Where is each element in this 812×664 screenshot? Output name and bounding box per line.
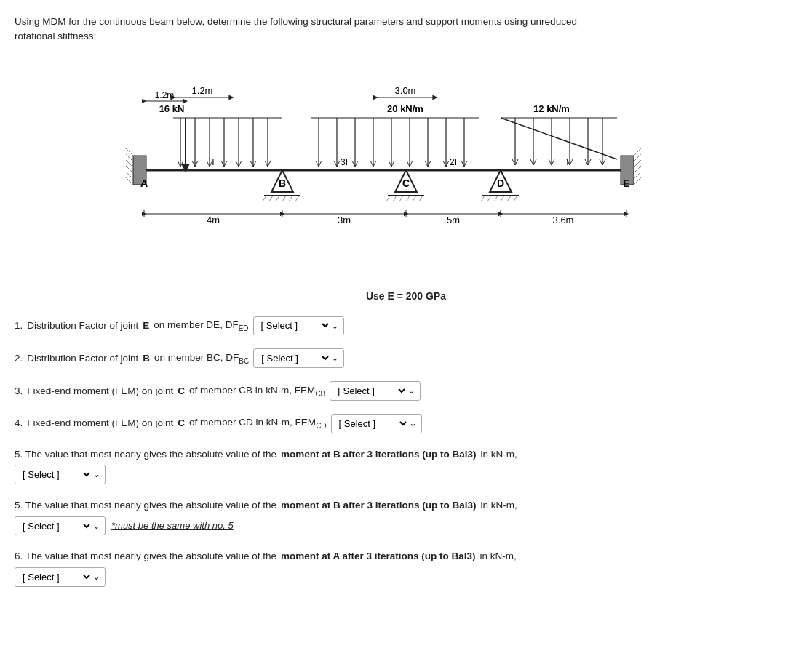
q2-select[interactable]: [ Select ] 0.250.330.40 0.500.600.67 0.7… [258, 352, 331, 364]
svg-line-109 [501, 196, 504, 201]
svg-text:2I: 2I [450, 157, 457, 167]
q1-number: 1. [15, 318, 23, 334]
q5a-text: 5. The value that most nearly gives the … [15, 447, 276, 463]
svg-text:B: B [279, 177, 286, 189]
q2-select-wrapper[interactable]: [ Select ] 0.250.330.40 0.500.600.67 0.7… [253, 348, 344, 368]
q4-text-after: of member CD in kN-m, FEMCD [189, 415, 326, 432]
svg-text:16 kN: 16 kN [159, 103, 185, 114]
q2-text-after: on member BC, DFBC [154, 350, 249, 367]
use-e-label: Use E = 200 GPa [15, 290, 797, 302]
svg-line-115 [634, 154, 641, 161]
svg-line-15 [207, 161, 210, 167]
svg-line-106 [481, 196, 485, 201]
svg-text:3m: 3m [338, 215, 351, 225]
svg-line-107 [487, 196, 491, 201]
q5b-text2: in kN-m, [481, 497, 517, 513]
svg-line-97 [386, 196, 390, 201]
svg-line-19 [224, 161, 227, 167]
svg-text:D: D [497, 177, 504, 189]
question-5a: 5. The value that most nearly gives the … [15, 447, 797, 484]
question-1: 1. Distribution Factor of joint E on mem… [15, 316, 797, 336]
q1-select-wrapper[interactable]: [ Select ] 0.250.330.40 0.500.600.67 0.7… [253, 316, 344, 336]
intro-block: Using MDM for the continuous beam below,… [15, 15, 797, 44]
svg-line-13 [195, 161, 198, 167]
q5b-select-wrapper[interactable]: [ Select ] 5.0010.0015.00 20.0025.0030.0… [15, 516, 106, 536]
svg-text:1.2m: 1.2m [155, 90, 175, 100]
question-2: 2. Distribution Factor of joint B on mem… [15, 348, 797, 368]
question-4: 4. Fixed-end moment (FEM) on joint C of … [15, 414, 797, 433]
svg-line-91 [282, 196, 286, 201]
q5b-note: *must be the same with no. 5 [111, 519, 234, 534]
svg-text:4m: 4m [207, 215, 220, 225]
svg-text:A: A [140, 177, 148, 189]
q5a-text2: in kN-m, [481, 447, 517, 463]
svg-line-93 [295, 196, 299, 201]
q6-select[interactable]: [ Select ] 5.0010.0015.00 20.0025.0030.0… [20, 571, 92, 583]
svg-line-116 [634, 160, 641, 167]
q2-chevron-icon: ⌄ [331, 351, 339, 366]
q4-text: Fixed-end moment (FEM) on joint [27, 415, 173, 431]
svg-line-92 [289, 196, 292, 201]
beam-diagram: 1.2m 3.0m 16 kN 20 kN/m 12 kN/m [122, 57, 690, 283]
q2-number: 2. [15, 351, 23, 367]
svg-line-12 [192, 161, 195, 167]
svg-text:I: I [212, 157, 214, 167]
svg-text:12 kN/m: 12 kN/m [533, 103, 570, 114]
q2-text-before: Distribution Factor of joint [27, 351, 138, 367]
q5a-select-wrapper[interactable]: [ Select ] 5.0010.0015.00 20.0025.0030.0… [15, 465, 106, 484]
svg-line-80 [126, 154, 133, 161]
svg-text:5m: 5m [447, 215, 460, 225]
svg-line-89 [269, 196, 273, 201]
svg-line-25 [253, 161, 256, 167]
q4-number: 4. [15, 415, 23, 431]
svg-text:20 kN/m: 20 kN/m [387, 103, 423, 114]
use-e-text: Use E = 200 GPa [366, 290, 446, 302]
q3-chevron-icon: ⌄ [407, 383, 415, 399]
q5b-text: 5. The value that most nearly gives the … [15, 497, 276, 513]
q6-text2: in kN-m, [480, 548, 517, 564]
svg-line-99 [399, 196, 403, 201]
q3-select-wrapper[interactable]: [ Select ] -25.00-12.50-10.00 10.0012.50… [330, 381, 421, 401]
q6-text: 6. The value that most nearly gives the … [15, 548, 276, 564]
svg-line-79 [126, 148, 133, 156]
svg-line-28 [268, 161, 271, 167]
q4-bold: C [178, 415, 185, 431]
q1-select[interactable]: [ Select ] 0.250.330.40 0.500.600.67 0.7… [258, 319, 331, 332]
svg-text:E: E [623, 177, 629, 189]
q3-text: Fixed-end moment (FEM) on joint [27, 383, 173, 399]
q5b-chevron-icon: ⌄ [92, 519, 100, 534]
svg-line-88 [263, 196, 266, 201]
svg-line-114 [634, 148, 641, 156]
q1-chevron-icon: ⌄ [331, 319, 339, 334]
q2-bold: B [143, 351, 150, 367]
svg-line-82 [126, 166, 133, 173]
svg-text:3.0m: 3.0m [395, 85, 416, 96]
svg-text:1.2m: 1.2m [192, 85, 213, 96]
question-5b: 5. The value that most nearly gives the … [15, 497, 797, 535]
q6-chevron-icon: ⌄ [92, 569, 100, 585]
q5a-bold: moment at B after 3 iterations (up to Ba… [281, 447, 477, 463]
svg-line-119 [634, 177, 641, 185]
svg-line-100 [406, 196, 410, 201]
q6-select-wrapper[interactable]: [ Select ] 5.0010.0015.00 20.0025.0030.0… [15, 567, 106, 587]
q3-bold: C [178, 383, 185, 399]
q1-text-before: Distribution Factor of joint [27, 318, 138, 334]
question-6: 6. The value that most nearly gives the … [15, 548, 797, 586]
svg-line-98 [393, 196, 397, 201]
svg-line-102 [419, 196, 423, 201]
intro-line2: rotational stiffness; [15, 31, 96, 41]
q5b-select[interactable]: [ Select ] 5.0010.0015.00 20.0025.0030.0… [20, 520, 92, 532]
q4-chevron-icon: ⌄ [409, 416, 417, 431]
q5a-select[interactable]: [ Select ] 5.0010.0015.00 20.0025.0030.0… [20, 468, 92, 481]
q3-select[interactable]: [ Select ] -25.00-12.50-10.00 10.0012.50… [335, 385, 407, 397]
svg-line-101 [413, 196, 416, 201]
q6-bold: moment at A after 3 iterations (up to Ba… [281, 548, 476, 564]
q3-number: 3. [15, 383, 23, 399]
svg-line-81 [126, 160, 133, 167]
q4-select-wrapper[interactable]: [ Select ] -25.00-12.50-10.00 10.0012.50… [331, 414, 422, 433]
svg-text:3I: 3I [341, 157, 348, 167]
question-3: 3. Fixed-end moment (FEM) on joint C of … [15, 381, 797, 401]
q3-text-after: of member CB in kN-m, FEMCB [189, 383, 325, 400]
svg-line-83 [126, 172, 133, 179]
q4-select[interactable]: [ Select ] -25.00-12.50-10.00 10.0012.50… [336, 417, 409, 430]
